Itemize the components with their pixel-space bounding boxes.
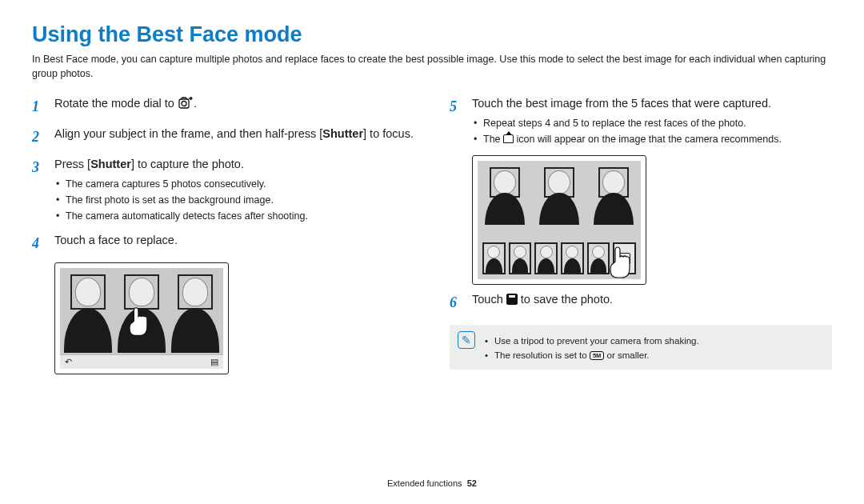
save-icon [506,294,518,305]
back-icon: ↶ [65,357,72,367]
step-number: 4 [32,232,43,254]
text: or smaller. [604,350,649,360]
svg-rect-0 [179,99,189,108]
step-number: 6 [450,291,461,314]
text: to save the photo. [518,293,613,306]
bullet: Repeat steps 4 and 5 to replace the rest… [474,115,832,131]
step-text: Touch a face to replace. [54,232,414,254]
note-icon [458,331,475,349]
bullet: The resolution is set to 5M or smaller. [485,348,699,362]
face-detect-box [544,167,574,198]
text: The resolution is set to [494,350,590,360]
step-2: 2 Align your subject in the frame, and t… [32,126,414,148]
text: . [194,97,197,110]
face-detect-box [598,167,629,198]
page-title: Using the Best Face mode [32,22,832,47]
text: Align your subject in the frame, and the… [54,127,322,140]
bullet: The camera captures 5 photos consecutive… [56,176,414,192]
save-icon: ▤ [210,357,218,367]
face-silhouette [64,273,112,353]
step-6: 6 Touch to save the photo. [450,291,832,314]
face-thumb [482,242,506,274]
text: ] to capture the photo. [131,158,244,170]
text: Press [ [54,158,90,170]
svg-point-1 [182,102,186,106]
step-number: 3 [32,156,43,224]
bullet: The icon will appear on the image that t… [474,131,832,147]
step-1: 1 Rotate the mode dial to . [32,95,414,118]
face-silhouette [171,273,219,353]
step-text: Rotate the mode dial to . [54,95,414,118]
content-columns: 1 Rotate the mode dial to . 2 Align your… [32,95,832,374]
footer-section: Extended functions [387,478,462,488]
resolution-badge: 5M [590,351,604,360]
touch-gesture-icon [124,306,151,338]
note-box: Use a tripod to prevent your camera from… [450,325,832,370]
mode-dial-icon [178,97,193,115]
bullet: Use a tripod to prevent your camera from… [485,334,699,348]
face-detect-box [70,274,106,310]
face-thumb [561,242,584,274]
face-silhouette [590,167,637,225]
face-silhouette [482,167,528,225]
text: Touch the best image from the 5 faces th… [472,97,771,110]
screenshot-toolbar: ↶ ▤ [60,354,223,369]
face-thumb [534,242,558,274]
bullet: The camera automatically detects faces a… [56,208,414,224]
right-column: 5 Touch the best image from the 5 faces … [450,95,832,374]
step-4: 4 Touch a face to replace. [32,232,414,254]
page-footer: Extended functions 52 [0,478,864,488]
footer-page-number: 52 [467,478,477,488]
text: Rotate the mode dial to [54,97,178,110]
step-text: Press [Shutter] to capture the photo. Th… [54,156,414,224]
recommend-icon [503,134,514,143]
step-text: Touch to save the photo. [472,291,832,314]
touch-gesture-icon [606,246,633,279]
step-text: Align your subject in the frame, and the… [54,126,414,148]
face-detect-box [178,274,213,310]
face-silhouette [536,167,582,225]
text: The [483,134,503,145]
bold-text: Shutter [322,127,363,140]
step-text: Touch the best image from the 5 faces th… [472,95,832,147]
screenshot-touch-face: ↶ ▤ [54,262,229,374]
bullet: The first photo is set as the background… [56,192,414,208]
step-5: 5 Touch the best image from the 5 faces … [450,95,832,147]
face-detect-box [490,167,520,198]
step-number: 2 [32,126,43,148]
bold-text: Shutter [90,158,131,170]
text: ] to focus. [363,127,414,140]
face-detect-box [124,274,159,310]
intro-text: In Best Face mode, you can capture multi… [32,52,832,81]
step-number: 1 [32,95,43,118]
step-number: 5 [450,95,461,147]
text: Touch [472,293,506,306]
screenshot-select-best [472,155,646,285]
step-3: 3 Press [Shutter] to capture the photo. … [32,156,414,224]
face-thumb [509,242,532,274]
step-5-bullets: Repeat steps 4 and 5 to replace the rest… [472,115,832,147]
step-3-bullets: The camera captures 5 photos consecutive… [54,176,414,224]
note-bullets: Use a tripod to prevent your camera from… [483,334,699,363]
text: icon will appear on the image that the c… [514,134,782,145]
left-column: 1 Rotate the mode dial to . 2 Align your… [32,95,414,374]
